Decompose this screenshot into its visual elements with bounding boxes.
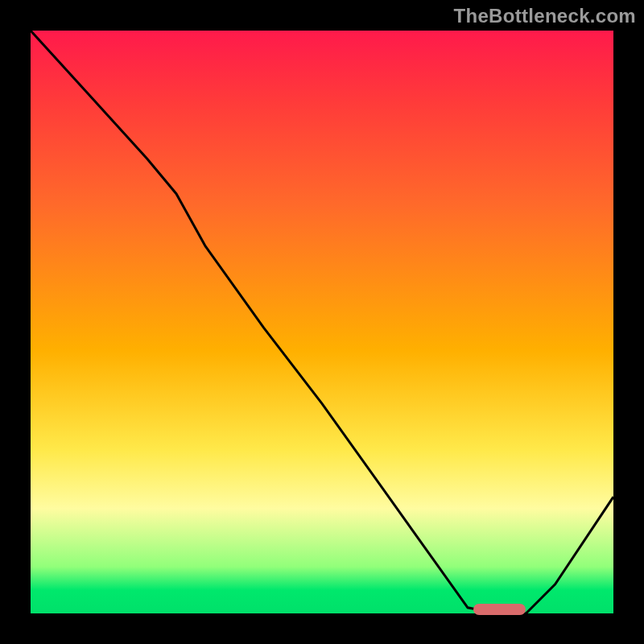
- plot-area: [31, 31, 613, 613]
- chart-frame: TheBottleneck.com: [0, 0, 644, 644]
- optimal-range-marker: [473, 604, 526, 615]
- watermark-label: TheBottleneck.com: [454, 5, 636, 27]
- bottleneck-curve: [31, 31, 613, 613]
